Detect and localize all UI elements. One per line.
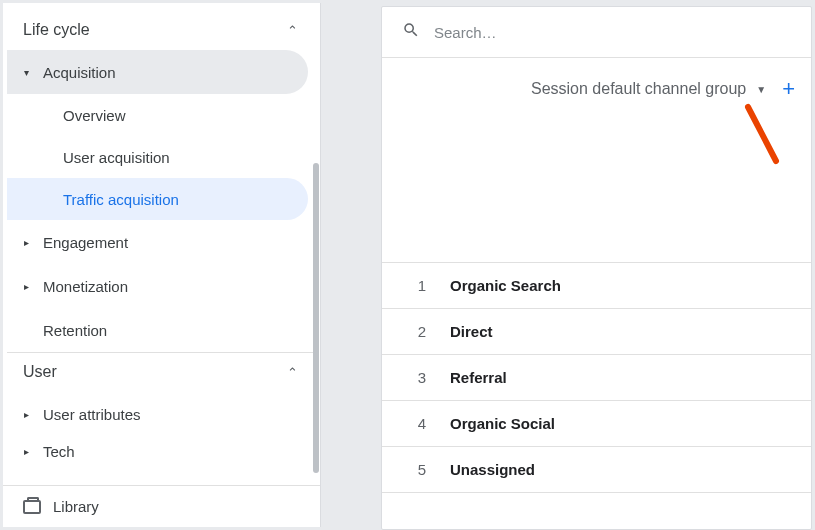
nav-engagement[interactable]: ▸ Engagement — [7, 220, 308, 264]
row-value: Unassigned — [450, 461, 535, 478]
section-title: Life cycle — [23, 21, 90, 39]
chevron-up-icon: ⌃ — [287, 23, 298, 38]
nav-label: Engagement — [43, 234, 128, 251]
table-row[interactable]: 1 Organic Search — [382, 263, 811, 309]
main-panel: Session default channel group ▼ + 1 Orga… — [321, 3, 812, 527]
section-title: User — [23, 363, 57, 381]
nav-monetization[interactable]: ▸ Monetization — [7, 264, 308, 308]
nav-label: Overview — [63, 107, 126, 124]
nav-label: User acquisition — [63, 149, 170, 166]
row-number: 3 — [402, 369, 450, 386]
nav-acquisition[interactable]: ▾ Acquisition — [7, 50, 308, 94]
dropdown-caret-icon[interactable]: ▼ — [756, 84, 766, 95]
section-user[interactable]: User ⌃ — [7, 352, 314, 392]
table-row[interactable]: 5 Unassigned — [382, 447, 811, 493]
table-row[interactable]: 3 Referral — [382, 355, 811, 401]
scrollbar[interactable] — [313, 163, 319, 473]
caret-down-icon: ▾ — [21, 67, 31, 78]
nav-retention[interactable]: Retention — [7, 308, 308, 352]
chevron-up-icon: ⌃ — [287, 365, 298, 380]
nav-label: Traffic acquisition — [63, 191, 179, 208]
nav-label: Acquisition — [43, 64, 116, 81]
row-value: Direct — [450, 323, 493, 340]
add-dimension-button[interactable]: + — [776, 76, 801, 102]
row-value: Organic Search — [450, 277, 561, 294]
dimension-dropdown[interactable]: Session default channel group — [531, 80, 746, 98]
row-number: 2 — [402, 323, 450, 340]
library-label: Library — [53, 498, 99, 515]
row-value: Referral — [450, 369, 507, 386]
nav-user-acquisition[interactable]: User acquisition — [7, 136, 308, 178]
sidebar: Life cycle ⌃ ▾ Acquisition Overview User… — [3, 3, 321, 527]
nav-label: Retention — [43, 322, 107, 339]
caret-right-icon: ▸ — [21, 281, 31, 292]
nav-traffic-acquisition[interactable]: Traffic acquisition — [7, 178, 308, 220]
row-number: 5 — [402, 461, 450, 478]
table-row[interactable]: 2 Direct — [382, 309, 811, 355]
nav-label: Tech — [43, 443, 75, 460]
nav-label: User attributes — [43, 406, 141, 423]
row-number: 1 — [402, 277, 450, 294]
caret-right-icon: ▸ — [21, 409, 31, 420]
folder-icon — [23, 500, 41, 514]
caret-right-icon: ▸ — [21, 446, 31, 457]
nav-tech[interactable]: ▸ Tech — [7, 436, 308, 466]
row-value: Organic Social — [450, 415, 555, 432]
library-button[interactable]: Library — [3, 485, 320, 527]
nav-user-attributes[interactable]: ▸ User attributes — [7, 392, 308, 436]
channel-table: 1 Organic Search 2 Direct 3 Referral 4 O… — [382, 262, 811, 493]
nav-label: Monetization — [43, 278, 128, 295]
caret-right-icon: ▸ — [21, 237, 31, 248]
nav-overview[interactable]: Overview — [7, 94, 308, 136]
table-row[interactable]: 4 Organic Social — [382, 401, 811, 447]
section-life-cycle[interactable]: Life cycle ⌃ — [7, 11, 314, 50]
row-number: 4 — [402, 415, 450, 432]
search-icon — [402, 21, 420, 43]
search-input[interactable] — [434, 24, 791, 41]
search-row — [382, 7, 811, 58]
